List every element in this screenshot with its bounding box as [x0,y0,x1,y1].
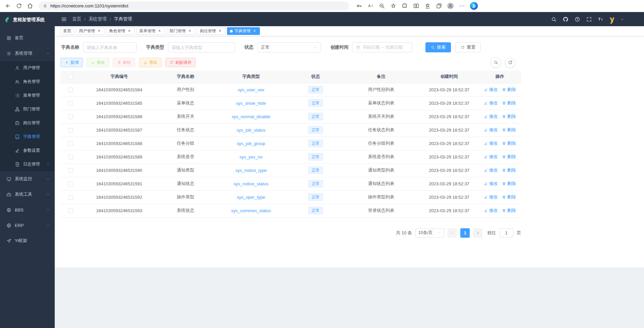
tab-dept-management[interactable]: 部门管理× [167,27,195,35]
prev-page-button[interactable] [448,228,457,238]
sidebar-item-bbs[interactable]: BBS [0,202,55,218]
row-checkbox[interactable] [68,128,73,133]
refresh-icon[interactable] [16,3,22,9]
row-edit-button[interactable]: 修改 [484,167,498,173]
home-icon[interactable] [27,3,33,9]
row-delete-button[interactable]: 删除 [502,207,516,214]
zoom-out-icon[interactable] [379,3,385,9]
row-checkbox[interactable] [68,101,73,106]
extensions-icon[interactable] [402,3,408,9]
row-delete-button[interactable]: 删除 [502,154,516,160]
reset-button[interactable]: 重置 [455,42,481,52]
select-all-checkbox[interactable] [68,75,73,79]
text-size-icon[interactable]: TT [598,16,604,22]
row-edit-button[interactable]: 修改 [484,207,498,214]
close-icon[interactable]: × [157,29,162,34]
row-checkbox[interactable] [68,88,73,92]
dict-type-link[interactable]: sys_oper_type [237,195,265,200]
edit-button[interactable]: 修改 [87,58,109,67]
dict-type-link[interactable]: sys_user_sex [238,87,264,92]
sidebar-item-post-management[interactable]: 岗位管理 [0,116,55,130]
row-delete-button[interactable]: 删除 [502,140,516,146]
row-checkbox[interactable] [68,155,73,159]
row-delete-button[interactable]: 删除 [502,100,516,106]
fullscreen-icon[interactable] [586,16,592,22]
sidebar-item-role-management[interactable]: 角色管理 [0,75,55,89]
favorite-add-icon[interactable] [390,3,397,9]
goto-page-input[interactable] [499,228,513,237]
sidebar-item-home[interactable]: 首页 [0,30,55,46]
tab-dict-management[interactable]: 字典管理× [227,27,260,35]
row-delete-button[interactable]: 删除 [502,113,516,120]
export-button[interactable]: 导出 [139,58,162,67]
refresh-cache-button[interactable]: 刷新缓存 [165,58,196,67]
sidebar-item-param-settings[interactable]: 参数设置 [0,144,55,157]
row-delete-button[interactable]: 删除 [502,194,516,200]
read-aloud-icon[interactable]: A [367,3,374,9]
row-checkbox[interactable] [68,182,73,186]
row-checkbox[interactable] [68,195,73,200]
back-icon[interactable] [5,3,11,9]
url-text[interactable]: https://ccnetcore.com:1101/system/dict [50,3,128,8]
row-delete-button[interactable]: 删除 [502,87,516,93]
sidebar-item-user-management[interactable]: 用户管理 [0,61,55,75]
close-icon[interactable]: × [187,29,192,34]
sidebar-item-system-tools[interactable]: 系统工具 [0,187,55,202]
page-number-button[interactable]: 1 [460,228,470,238]
search-icon[interactable] [551,16,557,22]
row-edit-button[interactable]: 修改 [484,154,498,160]
magnifier-button[interactable] [491,57,501,68]
row-edit-button[interactable]: 修改 [484,140,498,146]
caret-down-icon[interactable] [620,17,625,21]
profile-icon[interactable] [447,3,454,9]
favorites-bar-icon[interactable] [424,3,431,9]
row-edit-button[interactable]: 修改 [484,127,498,133]
sidebar-item-dept-management[interactable]: 部门管理 [0,102,55,116]
tab-user-management[interactable]: 用户管理× [76,27,104,35]
close-icon[interactable]: × [127,29,132,34]
breadcrumb-item[interactable]: 系统管理 [89,16,107,22]
yi-logo[interactable]: y [610,15,614,23]
github-icon[interactable] [563,16,568,22]
row-edit-button[interactable]: 修改 [484,113,498,120]
breadcrumb-item[interactable]: 首页 [72,16,81,22]
address-bar[interactable]: https://ccnetcore.com:1101/system/dict [39,2,349,10]
dict-type-link[interactable]: sys_job_group [237,141,265,146]
row-edit-button[interactable]: 修改 [484,194,498,200]
hamburger-icon[interactable] [61,16,67,22]
add-button[interactable]: 新增 [60,58,83,67]
dict-type-input[interactable] [172,45,231,50]
app-logo[interactable]: 意框架管理系统 [0,12,55,28]
refresh-button[interactable] [505,57,515,68]
row-delete-button[interactable]: 删除 [502,127,516,133]
sidebar-item-dict-management[interactable]: 字典管理 [0,130,55,144]
row-checkbox[interactable] [68,208,73,213]
bing-icon[interactable]: b [470,2,478,10]
dict-type-link[interactable]: sys_notice_type [235,168,267,173]
tab-home[interactable]: 首页 [60,27,74,35]
page-size-select[interactable]: 10条/页 [415,228,444,238]
tab-role-management[interactable]: 角色管理× [106,27,135,35]
collections-icon[interactable] [436,3,442,9]
dict-type-link[interactable]: sys_notice_status [234,181,268,186]
key-icon[interactable] [356,3,362,9]
dict-type-link[interactable]: sys_common_status [231,208,271,213]
tab-menu-management[interactable]: 菜单管理× [136,27,165,35]
sidebar-item-system-monitor[interactable]: 系统监控 [0,171,55,187]
status-select[interactable]: 正常 [257,42,321,52]
date-range-picker[interactable]: 开始日期 - 结束日期 [352,42,413,52]
split-screen-icon[interactable] [413,3,419,9]
row-edit-button[interactable]: 修改 [484,100,498,106]
search-button[interactable]: 搜索 [425,42,451,52]
row-checkbox[interactable] [68,114,73,119]
row-checkbox[interactable] [68,141,73,146]
question-icon[interactable] [574,16,580,22]
row-edit-button[interactable]: 修改 [484,181,498,187]
close-icon[interactable]: × [97,29,101,34]
tab-post-management[interactable]: 岗位管理× [197,27,225,35]
close-icon[interactable]: × [252,29,257,34]
more-icon[interactable] [459,3,465,9]
sidebar-item-system-management[interactable]: 系统管理 [0,46,55,61]
sidebar-item-menu-management[interactable]: 菜单管理 [0,89,55,102]
row-checkbox[interactable] [68,168,73,173]
